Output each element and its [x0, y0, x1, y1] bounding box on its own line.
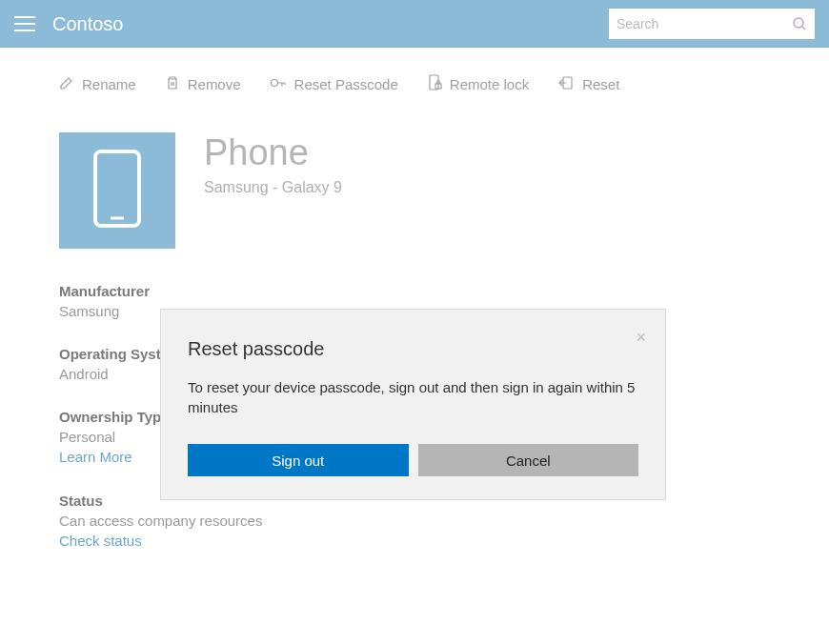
modal-buttons: Sign out Cancel	[188, 444, 638, 476]
search-box[interactable]	[609, 9, 815, 39]
hamburger-menu-icon[interactable]	[14, 16, 35, 31]
pencil-icon	[59, 75, 74, 93]
sign-out-button[interactable]: Sign out	[188, 444, 409, 476]
check-status-link[interactable]: Check status	[59, 533, 142, 549]
svg-rect-6	[95, 151, 139, 226]
svg-point-0	[794, 18, 803, 28]
svg-point-2	[271, 80, 277, 87]
device-tile	[59, 132, 175, 249]
device-header: Phone Samsung - Galaxy 9	[0, 104, 829, 249]
learn-more-link[interactable]: Learn More	[59, 449, 132, 465]
app-header: Contoso	[0, 0, 829, 48]
status-value: Can access company resources	[59, 513, 770, 529]
reset-icon	[557, 75, 575, 93]
remove-button[interactable]: Remove	[165, 75, 241, 93]
rename-button[interactable]: Rename	[59, 75, 136, 93]
device-toolbar: Rename Remove Reset Passcode Remote lock…	[0, 48, 829, 104]
remote-lock-button[interactable]: Remote lock	[427, 74, 529, 94]
reset-button[interactable]: Reset	[557, 75, 619, 93]
reset-label: Reset	[582, 76, 619, 92]
lock-device-icon	[427, 74, 442, 94]
manufacturer-label: Manufacturer	[59, 283, 770, 299]
rename-label: Rename	[82, 76, 136, 92]
svg-line-1	[802, 27, 805, 30]
trash-icon	[165, 75, 180, 93]
close-icon[interactable]: ×	[636, 329, 646, 346]
device-title: Phone	[204, 132, 342, 173]
search-icon[interactable]	[792, 16, 807, 31]
status-group: Status Can access company resources Chec…	[59, 493, 770, 550]
reset-passcode-button[interactable]: Reset Passcode	[270, 75, 398, 93]
cancel-button[interactable]: Cancel	[418, 444, 639, 476]
search-input[interactable]	[617, 16, 792, 31]
device-subtitle: Samsung - Galaxy 9	[204, 179, 342, 196]
remote-lock-label: Remote lock	[450, 76, 529, 92]
reset-passcode-label: Reset Passcode	[294, 76, 398, 92]
remove-label: Remove	[188, 76, 241, 92]
phone-icon	[93, 150, 141, 231]
reset-passcode-modal: × Reset passcode To reset your device pa…	[160, 309, 666, 500]
brand-title: Contoso	[52, 13, 124, 35]
modal-body: To reset your device passcode, sign out …	[188, 377, 638, 417]
modal-title: Reset passcode	[188, 338, 638, 360]
key-icon	[270, 75, 287, 93]
device-info: Phone Samsung - Galaxy 9	[204, 132, 342, 196]
